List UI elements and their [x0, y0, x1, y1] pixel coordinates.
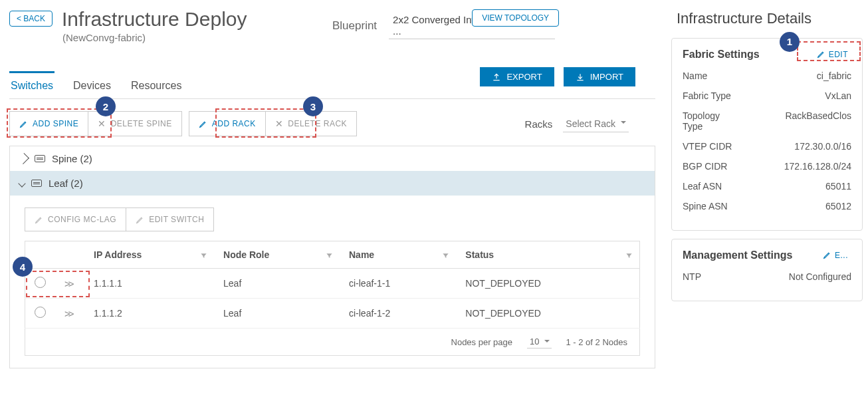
back-button[interactable]: < BACK: [9, 11, 53, 27]
row-radio[interactable]: [35, 307, 46, 318]
pencil-icon: [35, 215, 43, 224]
pencil-icon: [136, 215, 144, 224]
accordion-leaf[interactable]: Leaf (2): [10, 171, 655, 196]
add-spine-button[interactable]: ADD SPINE: [10, 112, 88, 136]
tabs: Switches Devices Resources: [9, 73, 655, 99]
config-mc-lag-button[interactable]: CONFIG MC-LAG: [25, 208, 126, 231]
pencil-icon: [199, 120, 207, 128]
filter-icon[interactable]: [200, 251, 207, 261]
row-radio[interactable]: [35, 277, 46, 288]
fabric-settings-heading: Fabric Settings: [683, 49, 760, 61]
pencil-icon: [19, 120, 28, 128]
nodes-count: 1 - 2 of 2 Nodes: [566, 337, 628, 347]
page-title: Infrastructure Deploy: [62, 8, 247, 31]
blueprint-field[interactable]: 2x2 Converged Infrastructure Layer ... V…: [389, 12, 555, 39]
col-status: Status: [465, 249, 494, 260]
side-title: Infrastructure Details: [677, 9, 863, 29]
pencil-icon: [823, 251, 831, 259]
nodes-per-page-select[interactable]: 10: [527, 335, 551, 348]
chevron-down-icon: [18, 180, 25, 187]
mgmt-edit-button[interactable]: E...: [819, 249, 851, 262]
download-icon: [576, 72, 585, 82]
table-row: >> 1.1.1.2 Leaf ci-leaf-1-2 NOT_DEPLOYED: [25, 299, 640, 329]
blueprint-label: Blueprint: [332, 19, 377, 33]
switch-icon: [31, 180, 42, 187]
accordion-spine[interactable]: Spine (2): [10, 146, 655, 171]
tab-devices[interactable]: Devices: [72, 73, 112, 98]
rack-select[interactable]: Select Rack: [563, 116, 629, 132]
delete-rack-button[interactable]: ✕ DELETE RACK: [265, 112, 356, 136]
upload-icon: [492, 72, 501, 82]
fabric-edit-button[interactable]: EDIT: [814, 48, 851, 61]
import-button[interactable]: IMPORT: [564, 67, 635, 86]
filter-icon[interactable]: [625, 251, 633, 261]
expand-row-icon[interactable]: >>: [64, 308, 72, 319]
edit-switch-button[interactable]: EDIT SWITCH: [126, 208, 213, 231]
view-topology-button[interactable]: VIEW TOPOLOGY: [472, 9, 559, 27]
delete-spine-button[interactable]: ✕ DELETE SPINE: [88, 112, 181, 136]
col-role: Node Role: [223, 249, 269, 260]
x-icon: ✕: [275, 118, 284, 129]
export-button[interactable]: EXPORT: [480, 67, 554, 86]
add-rack-button[interactable]: ADD RACK: [189, 112, 265, 136]
pencil-icon: [817, 50, 825, 59]
expand-row-icon[interactable]: >>: [64, 278, 72, 289]
chevron-right-icon: [18, 153, 29, 164]
filter-icon[interactable]: [326, 251, 333, 261]
col-name: Name: [349, 249, 374, 260]
col-ip: IP Address: [94, 249, 142, 260]
racks-label: Racks: [525, 118, 553, 130]
switch-icon: [35, 155, 45, 162]
leaf-table: IP Address Node Role Name Status >> 1.1.…: [25, 241, 640, 329]
filter-icon[interactable]: [442, 251, 449, 261]
nodes-per-page-label: Nodes per page: [451, 337, 513, 347]
tab-switches[interactable]: Switches: [9, 71, 54, 98]
x-icon: ✕: [98, 118, 106, 129]
management-settings-heading: Management Settings: [683, 249, 792, 261]
table-row: >> 1.1.1.1 Leaf ci-leaf-1-1 NOT_DEPLOYED: [25, 269, 640, 299]
tab-resources[interactable]: Resources: [130, 73, 183, 98]
